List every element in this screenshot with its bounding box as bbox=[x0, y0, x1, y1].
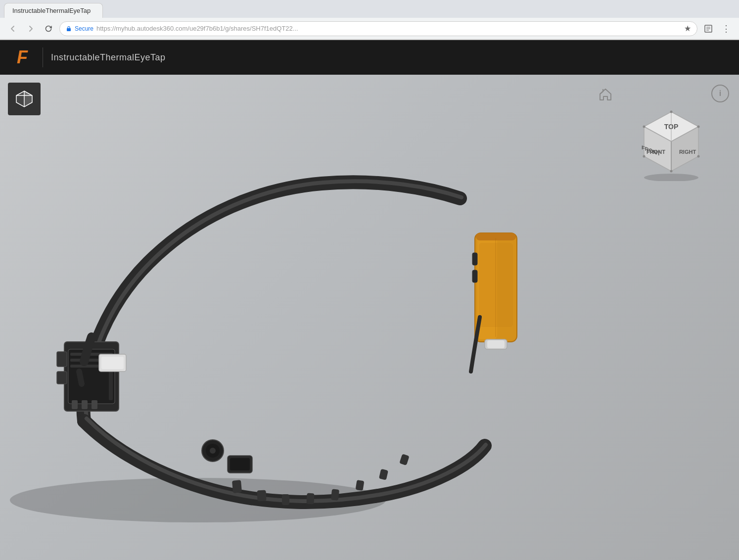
svg-rect-40 bbox=[230, 458, 250, 470]
chrome-menu-button[interactable]: ⋮ bbox=[719, 22, 733, 36]
svg-rect-43 bbox=[57, 372, 67, 384]
info-button[interactable]: i bbox=[711, 85, 729, 102]
bookmark-button[interactable]: ★ bbox=[684, 24, 691, 33]
svg-rect-32 bbox=[331, 489, 339, 500]
url-path: /ue29f7b6b1/g/shares/SH7f1edQT22... bbox=[187, 25, 298, 32]
reload-button[interactable] bbox=[42, 22, 55, 36]
forward-icon bbox=[27, 25, 35, 33]
cube-toggle-icon bbox=[14, 89, 34, 109]
view-cube-toggle-button[interactable] bbox=[8, 83, 41, 115]
autodesk-header: F InstructableThermalEyeTap bbox=[0, 40, 739, 75]
lock-icon bbox=[66, 26, 72, 32]
svg-rect-34 bbox=[379, 469, 388, 480]
active-tab[interactable]: InstructableThermalEyeTap bbox=[4, 3, 103, 18]
reload-icon bbox=[45, 25, 52, 33]
svg-point-38 bbox=[210, 448, 216, 454]
svg-point-26 bbox=[670, 170, 672, 173]
svg-rect-42 bbox=[57, 352, 67, 367]
svg-rect-33 bbox=[356, 480, 365, 491]
address-bar[interactable]: Secure https://myhub.autodesk360.com/ue2… bbox=[59, 21, 697, 36]
svg-rect-48 bbox=[109, 371, 113, 400]
svg-rect-0 bbox=[67, 28, 71, 31]
svg-rect-29 bbox=[257, 490, 266, 502]
header-divider bbox=[43, 47, 43, 67]
svg-text:RIGHT: RIGHT bbox=[679, 149, 696, 155]
home-button[interactable] bbox=[596, 85, 615, 104]
svg-rect-50 bbox=[82, 400, 88, 409]
nav-bar: Secure https://myhub.autodesk360.com/ue2… bbox=[0, 18, 739, 40]
tab-title: InstructableThermalEyeTap bbox=[12, 7, 91, 14]
secure-label: Secure bbox=[75, 25, 93, 32]
viewcube-container[interactable]: TOP FRONT FRONT RIGHT bbox=[628, 104, 714, 203]
autodesk-logo: F bbox=[10, 45, 35, 70]
url-text: https://myhub.autodesk360.com/ue29f7b6b1… bbox=[96, 25, 298, 32]
svg-point-9 bbox=[644, 174, 698, 181]
home-icon bbox=[598, 87, 613, 102]
svg-rect-51 bbox=[92, 400, 97, 409]
svg-point-23 bbox=[697, 126, 699, 128]
svg-rect-59 bbox=[472, 253, 477, 265]
svg-marker-8 bbox=[24, 95, 32, 107]
viewcube[interactable]: TOP FRONT FRONT RIGHT bbox=[634, 104, 708, 181]
url-domain: https://myhub.autodesk360.com bbox=[96, 25, 187, 32]
svg-rect-49 bbox=[72, 400, 78, 409]
viewcube-svg: TOP FRONT FRONT RIGHT bbox=[634, 104, 708, 181]
svg-rect-35 bbox=[399, 454, 409, 466]
viewer-container[interactable]: i TOP FRONT FRONT RIGHT bbox=[0, 75, 739, 560]
svg-point-22 bbox=[643, 126, 645, 128]
header-title: InstructableThermalEyeTap bbox=[51, 52, 166, 63]
info-icon: i bbox=[719, 89, 721, 98]
svg-rect-30 bbox=[282, 494, 289, 505]
svg-point-21 bbox=[670, 111, 672, 113]
back-button[interactable] bbox=[6, 22, 20, 36]
page-icon-button[interactable] bbox=[701, 22, 715, 36]
svg-rect-31 bbox=[306, 493, 314, 505]
logo-letter: F bbox=[17, 48, 28, 66]
svg-marker-7 bbox=[16, 95, 24, 107]
svg-point-25 bbox=[697, 155, 699, 158]
svg-text:FRONT: FRONT bbox=[647, 149, 665, 155]
forward-button[interactable] bbox=[24, 22, 38, 36]
svg-point-24 bbox=[643, 155, 645, 158]
tab-bar: InstructableThermalEyeTap bbox=[0, 0, 739, 18]
svg-rect-60 bbox=[472, 270, 477, 282]
page-icon bbox=[704, 24, 713, 33]
svg-rect-58 bbox=[487, 340, 505, 348]
svg-rect-53 bbox=[101, 357, 124, 369]
back-icon bbox=[9, 25, 17, 33]
svg-rect-28 bbox=[232, 480, 242, 493]
